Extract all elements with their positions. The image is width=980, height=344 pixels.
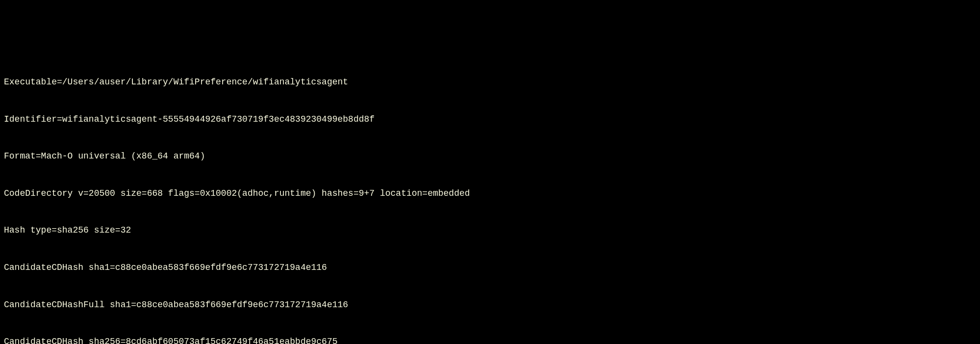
- output-line: CandidateCDHashFull sha1=c88ce0abea583f6…: [4, 299, 976, 311]
- terminal-output: Executable=/Users/auser/Library/WifiPref…: [4, 52, 976, 344]
- output-line: Format=Mach-O universal (x86_64 arm64): [4, 150, 976, 162]
- output-line: Identifier=wifianalyticsagent-5555494492…: [4, 113, 976, 126]
- output-line: CandidateCDHash sha1=c88ce0abea583f669ef…: [4, 262, 976, 274]
- output-line: Executable=/Users/auser/Library/WifiPref…: [4, 76, 976, 88]
- output-line: Hash type=sha256 size=32: [4, 224, 976, 237]
- output-line: CandidateCDHash sha256=8cd6abf605073af15…: [4, 336, 976, 344]
- output-line: CodeDirectory v=20500 size=668 flags=0x1…: [4, 187, 976, 200]
